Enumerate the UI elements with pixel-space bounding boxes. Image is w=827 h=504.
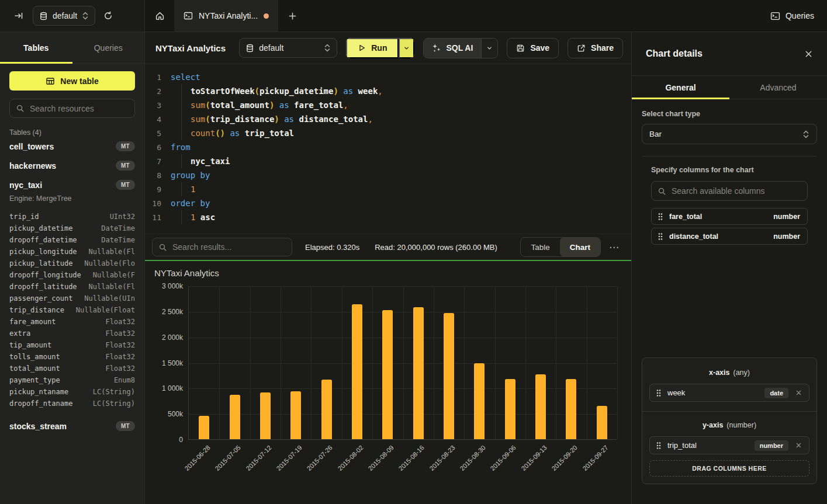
queries-button[interactable]: Queries (770, 11, 814, 21)
column-row[interactable]: pickup_datetime DateTime (9, 223, 135, 234)
column-row[interactable]: trip_distance Nullable(Float (9, 304, 135, 316)
column-chip-fare_total[interactable]: fare_totalnumber (651, 208, 808, 225)
column-row[interactable]: dropoff_longitude Nullable(F (9, 269, 135, 281)
bar-2015-09-13[interactable] (535, 374, 546, 439)
run-options-button[interactable] (399, 38, 414, 58)
resource-search-input[interactable] (30, 104, 129, 113)
tab-title: NYTaxi Analyti... (199, 11, 258, 20)
columns-search-input[interactable] (672, 186, 801, 196)
new-table-button[interactable]: New table (9, 71, 135, 91)
axis-chip-trip_total[interactable]: trip_totalnumber (649, 436, 809, 454)
tab-tables-label: Tables (23, 43, 49, 53)
tab-general[interactable]: General (632, 76, 729, 99)
y-tick-label: 500k (148, 410, 183, 418)
tab-tables[interactable]: Tables (0, 32, 72, 64)
drop-zone[interactable]: DRAG COLUMNS HERE (649, 460, 809, 477)
bar-2015-09-06[interactable] (505, 379, 515, 439)
column-type: Nullable(F (93, 271, 135, 279)
toggle-chart[interactable]: Chart (560, 238, 600, 256)
tab-strip: NYTaxi Analyti... (145, 0, 770, 32)
home-tab-button[interactable] (145, 0, 174, 32)
close-panel-button[interactable] (804, 50, 813, 58)
y-axis-header: y-axis(number) (649, 421, 809, 429)
bar-2015-07-12[interactable] (260, 392, 271, 439)
database-selector[interactable]: default (239, 38, 337, 58)
column-row[interactable]: total_amount Float32 (9, 363, 135, 374)
tab-queries[interactable]: Queries (72, 32, 145, 64)
remove-column-button[interactable] (794, 441, 803, 450)
chip-column-type: number (773, 232, 800, 241)
table-row-nyc-taxi[interactable]: nyc_taxi MT (0, 175, 144, 194)
sql-ai-options-button[interactable] (481, 39, 497, 58)
column-row[interactable]: pickup_ntaname LC(String) (9, 386, 135, 398)
table-row-hackernews[interactable]: hackernews MT (0, 156, 144, 175)
bar-2015-09-20[interactable] (566, 379, 576, 439)
sql-ai-button[interactable]: SQL AI (424, 39, 481, 58)
database-selector[interactable]: default (33, 6, 95, 26)
code-line[interactable]: 3sum(total_amount) as fare_total, (151, 98, 625, 112)
column-row[interactable]: fare_amount Float32 (9, 316, 135, 328)
share-button-label: Share (591, 43, 614, 53)
drag-handle-icon (658, 213, 663, 221)
code-line[interactable]: 5count() as trip_total (151, 126, 625, 140)
column-row[interactable]: pickup_latitude Nullable(Flo (9, 258, 135, 269)
share-button[interactable]: Share (568, 38, 623, 58)
column-row[interactable]: dropoff_datetime DateTime (9, 234, 135, 246)
chart-type-select[interactable]: Bar (642, 124, 817, 144)
code-line[interactable]: 8group by (151, 168, 625, 182)
column-row[interactable]: passenger_count Nullable(UIn (9, 293, 135, 304)
tab-advanced[interactable]: Advanced (729, 76, 827, 99)
code-line[interactable]: 91 (151, 182, 625, 196)
remove-column-button[interactable] (794, 388, 803, 397)
table-row-stocks-stream[interactable]: stocks_stream MT (0, 416, 144, 436)
bar-2015-08-09[interactable] (382, 310, 393, 439)
code-line[interactable]: 2toStartOfWeek(pickup_datetime) as week, (151, 84, 625, 98)
refresh-button[interactable] (100, 8, 116, 24)
bar-2015-09-27[interactable] (597, 406, 607, 439)
bar-2015-07-26[interactable] (321, 380, 332, 439)
y-tick-label: 1 000k (148, 384, 183, 392)
column-row[interactable]: pickup_longitude Nullable(Fl (9, 246, 135, 258)
more-options-button[interactable]: ⋯ (609, 241, 620, 253)
column-row[interactable]: dropoff_ntaname LC(String) (9, 398, 135, 409)
code-text: nyc_taxi (171, 157, 230, 166)
columns-section: Specify columns for the chart fare_total… (642, 166, 817, 248)
column-row[interactable]: trip_id UInt32 (9, 211, 135, 223)
code-line[interactable]: 10order by (151, 196, 625, 210)
column-row[interactable]: tolls_amount Float32 (9, 351, 135, 363)
bar-2015-07-05[interactable] (230, 395, 240, 439)
available-columns: fare_totalnumber distance_totalnumber (651, 208, 808, 245)
toolbar-actions: default Run (239, 38, 623, 58)
run-button[interactable]: Run (346, 38, 399, 58)
column-name: passenger_count (9, 294, 72, 303)
new-tab-button[interactable] (278, 0, 306, 32)
code-text: sum(trip_distance) as distance_total, (171, 114, 373, 124)
bar-2015-08-23[interactable] (444, 313, 454, 439)
close-icon (795, 442, 802, 449)
bar-2015-08-16[interactable] (413, 307, 424, 439)
bar-2015-07-19[interactable] (290, 391, 301, 439)
table-row-cell-towers[interactable]: cell_towers MT (0, 137, 144, 156)
query-tab[interactable]: NYTaxi Analyti... (174, 0, 278, 32)
code-line[interactable]: 7nyc_taxi (151, 154, 625, 168)
column-row[interactable]: tip_amount Float32 (9, 339, 135, 351)
code-line[interactable]: 6from (151, 140, 625, 154)
save-button[interactable]: Save (507, 38, 559, 58)
code-line[interactable]: 111 asc (151, 210, 625, 224)
tab-general-label: General (665, 83, 695, 92)
toggle-table[interactable]: Table (521, 238, 559, 256)
column-row[interactable]: dropoff_latitude Nullable(Fl (9, 281, 135, 293)
bar-2015-08-30[interactable] (474, 363, 485, 439)
collapse-sidebar-button[interactable] (11, 8, 27, 24)
bar-2015-06-28[interactable] (199, 416, 209, 439)
column-row[interactable]: extra Float32 (9, 328, 135, 339)
elapsed-stat: Elapsed: 0.320s (305, 243, 359, 252)
code-line[interactable]: 1select (151, 70, 625, 84)
bar-2015-08-02[interactable] (352, 304, 362, 439)
column-chip-distance_total[interactable]: distance_totalnumber (651, 228, 808, 245)
axis-chip-week[interactable]: weekdate (649, 384, 809, 402)
code-line[interactable]: 4sum(trip_distance) as distance_total, (151, 112, 625, 126)
column-row[interactable]: payment_type Enum8 (9, 374, 135, 386)
results-search-input[interactable] (172, 242, 286, 252)
sql-editor[interactable]: 1select2toStartOfWeek(pickup_datetime) a… (145, 64, 631, 234)
